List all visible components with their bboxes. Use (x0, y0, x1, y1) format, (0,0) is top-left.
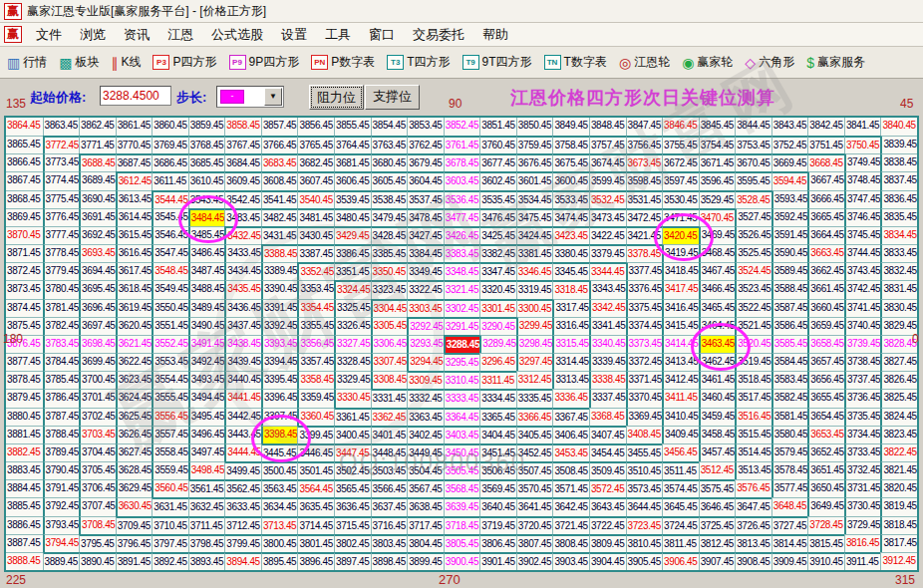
price-cell[interactable]: 3308.45 (371, 371, 408, 389)
price-cell[interactable]: 3370.45 (626, 389, 663, 407)
price-cell[interactable]: 3856.45 (297, 118, 334, 136)
price-cell[interactable]: 3902.45 (516, 552, 553, 570)
price-cell[interactable]: 3657.45 (807, 353, 844, 371)
price-cell[interactable]: 3332.45 (407, 389, 444, 407)
price-cell[interactable]: 3490.45 (188, 317, 225, 335)
price-cell[interactable]: 3911.45 (844, 552, 881, 570)
start-price-input[interactable] (100, 86, 171, 106)
price-cell[interactable]: 3334.45 (479, 389, 516, 407)
price-cell[interactable]: 3830.45 (880, 299, 917, 317)
price-cell[interactable]: 3885.45 (6, 497, 43, 515)
price-cell[interactable]: 3572.45 (589, 479, 626, 497)
price-cell[interactable]: 3520.45 (735, 335, 771, 353)
price-cell[interactable]: 3469.45 (699, 226, 736, 244)
price-cell[interactable]: 3795.45 (79, 534, 116, 552)
price-cell[interactable]: 3423.45 (552, 226, 589, 244)
price-cell[interactable]: 3676.45 (516, 153, 553, 171)
price-cell[interactable]: 3587.45 (771, 299, 808, 317)
price-cell[interactable]: 3356.45 (297, 335, 334, 353)
price-cell[interactable]: 3300.45 (516, 299, 553, 317)
price-cell[interactable]: 3730.45 (844, 497, 881, 515)
price-cell[interactable]: 3531.45 (626, 190, 663, 208)
price-cell[interactable]: 3652.45 (807, 443, 844, 461)
price-cell[interactable]: 3497.45 (188, 443, 225, 461)
price-cell[interactable]: 3351.45 (334, 262, 371, 280)
price-cell[interactable]: 3551.45 (152, 317, 188, 335)
price-cell[interactable]: 3715.45 (334, 516, 371, 534)
price-cell[interactable]: 3853.45 (407, 118, 444, 136)
price-cell[interactable]: 3842.45 (807, 118, 844, 136)
price-cell[interactable]: 3869.45 (6, 208, 43, 226)
price-cell[interactable]: 3654.45 (807, 408, 844, 426)
price-cell[interactable]: 3850.45 (516, 118, 553, 136)
price-cell[interactable]: 3860.45 (152, 118, 188, 136)
price-cell[interactable]: 3371.45 (626, 371, 663, 389)
price-cell[interactable]: 3513.45 (735, 461, 771, 479)
price-cell[interactable]: 3503.45 (371, 461, 408, 479)
price-cell[interactable]: 3679.45 (407, 153, 444, 171)
price-cell[interactable]: 3729.45 (844, 516, 881, 534)
price-cell[interactable]: 3324.45 (334, 280, 371, 298)
price-cell[interactable]: 3893.45 (188, 552, 225, 570)
price-cell[interactable]: 3540.45 (297, 190, 334, 208)
price-cell[interactable]: 3499.45 (224, 461, 261, 479)
price-cell[interactable]: 3422.45 (589, 226, 626, 244)
price-cell[interactable]: 3463.45 (699, 335, 736, 353)
price-cell[interactable]: 3783.45 (43, 335, 80, 353)
price-cell[interactable]: 3698.45 (79, 335, 116, 353)
price-cell[interactable]: 3509.45 (589, 461, 626, 479)
price-cell[interactable]: 3884.45 (6, 479, 43, 497)
price-cell[interactable]: 3907.45 (699, 552, 736, 570)
price-cell[interactable]: 3845.45 (699, 118, 736, 136)
price-cell[interactable]: 3458.45 (699, 426, 736, 443)
price-cell[interactable]: 3649.45 (807, 497, 844, 515)
toolbar-item[interactable]: T99T四方形 (460, 52, 535, 73)
price-cell[interactable]: 3768.45 (188, 136, 225, 153)
price-cell[interactable]: 3435.45 (224, 280, 261, 298)
price-cell[interactable]: 3369.45 (626, 408, 663, 426)
price-cell[interactable]: 3769.45 (152, 136, 188, 153)
price-cell[interactable]: 3720.45 (516, 516, 553, 534)
price-cell[interactable]: 3861.45 (116, 118, 153, 136)
price-cell[interactable]: 3816.45 (844, 534, 881, 552)
price-cell[interactable]: 3489.45 (188, 299, 225, 317)
price-cell[interactable]: 3568.45 (444, 479, 480, 497)
price-cell[interactable]: 3354.45 (297, 299, 334, 317)
price-cell[interactable]: 3522.45 (735, 299, 771, 317)
chevron-down-icon[interactable]: ▼ (264, 88, 282, 106)
price-cell[interactable]: 3341.45 (589, 317, 626, 335)
price-cell[interactable]: 3454.45 (589, 443, 626, 461)
resistance-button[interactable]: 阻力位 (309, 85, 364, 110)
price-cell[interactable]: 3680.45 (371, 153, 408, 171)
price-cell[interactable]: 3362.45 (371, 408, 408, 426)
price-cell[interactable]: 3547.45 (152, 244, 188, 262)
price-cell[interactable]: 3647.45 (735, 497, 771, 515)
price-cell[interactable]: 3291.45 (444, 317, 480, 335)
price-cell[interactable]: 3299.45 (516, 317, 553, 335)
price-cell[interactable]: 3855.45 (334, 118, 371, 136)
price-cell[interactable]: 3318.45 (552, 280, 589, 298)
price-cell[interactable]: 3482.45 (261, 208, 298, 226)
price-cell[interactable]: 3544.45 (152, 190, 188, 208)
price-cell[interactable]: 3303.45 (407, 299, 444, 317)
price-cell[interactable]: 3555.45 (152, 389, 188, 407)
price-cell[interactable]: 3798.45 (188, 534, 225, 552)
price-cell[interactable]: 3722.45 (589, 516, 626, 534)
price-cell[interactable]: 3401.45 (371, 426, 408, 443)
price-cell[interactable]: 3392.45 (261, 317, 298, 335)
menu-item-4[interactable]: 公式选股 (202, 24, 272, 46)
price-cell[interactable]: 3662.45 (807, 262, 844, 280)
price-cell[interactable]: 3766.45 (261, 136, 298, 153)
price-cell[interactable]: 3483.45 (224, 208, 261, 226)
price-cell[interactable]: 3593.45 (771, 190, 808, 208)
price-cell[interactable]: 3589.45 (771, 262, 808, 280)
price-cell[interactable]: 3644.45 (626, 497, 663, 515)
price-cell[interactable]: 3428.45 (371, 226, 408, 244)
price-cell[interactable]: 3790.45 (43, 461, 80, 479)
price-cell[interactable]: 3457.45 (699, 443, 736, 461)
price-cell[interactable]: 3311.45 (479, 371, 516, 389)
price-cell[interactable]: 3848.45 (589, 118, 626, 136)
price-cell[interactable]: 3336.45 (552, 389, 589, 407)
toolbar-item[interactable]: PNP数字表 (308, 52, 378, 73)
price-cell[interactable]: 3824.45 (880, 408, 917, 426)
